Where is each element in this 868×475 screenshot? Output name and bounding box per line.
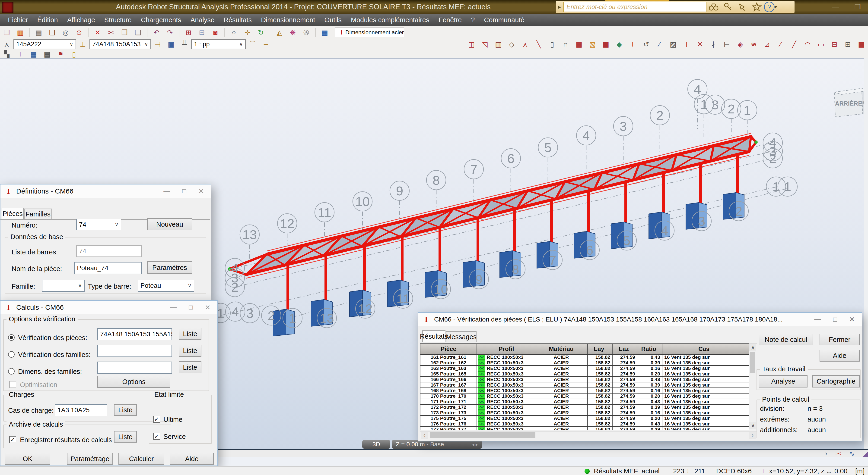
- scroll-up-icon[interactable]: ∧: [750, 344, 756, 351]
- table-row[interactable]: 172 Poutre_172OKRECC 100x50x3ACIER158.82…: [421, 405, 749, 410]
- screenshot-camera-icon[interactable]: ⊙: [73, 27, 85, 37]
- i-section-icon[interactable]: Ι: [627, 39, 638, 49]
- tab-resultats[interactable]: Résultats: [422, 330, 445, 342]
- liste-cas-button[interactable]: Liste: [114, 404, 137, 416]
- calculator-icon[interactable]: ⊞: [183, 27, 194, 37]
- tab-messages[interactable]: Messages: [446, 331, 476, 342]
- view-manager-icon[interactable]: ▦: [319, 27, 330, 37]
- table-vscrollbar[interactable]: ∧ ∨: [749, 343, 757, 430]
- column-header-cas[interactable]: Cas: [662, 344, 744, 354]
- menu-item-analyse[interactable]: Analyse: [190, 16, 214, 24]
- divider-calipers-icon[interactable]: ⋏: [1, 39, 12, 49]
- calc-results-icon[interactable]: ⊟: [196, 27, 208, 37]
- merge-nodes-icon[interactable]: ∤: [708, 39, 719, 49]
- curve-icon[interactable]: ◠: [802, 39, 813, 49]
- nom-piece-input[interactable]: Poteau_74: [74, 262, 142, 274]
- panels-orange-icon[interactable]: ▧: [587, 39, 598, 49]
- column-header-laz[interactable]: Laz: [613, 344, 638, 354]
- cut-structure-icon[interactable]: ✂: [833, 448, 844, 459]
- claw-icon[interactable]: ∩: [560, 39, 571, 49]
- enregistrer-checkbox[interactable]: ✓: [9, 436, 16, 443]
- branch-icon[interactable]: ⊢: [721, 39, 733, 49]
- calculer-button[interactable]: Calculer: [118, 453, 164, 465]
- menu-item-fen-tre[interactable]: Fenêtre: [438, 16, 462, 24]
- table-row[interactable]: 168 Poutre_168OKRECC 100x50x3ACIER158.82…: [421, 388, 749, 394]
- section-display-icon[interactable]: ◪: [860, 448, 868, 459]
- radio-verification-pieces[interactable]: [8, 334, 14, 341]
- tab-familles[interactable]: Familles: [24, 209, 52, 219]
- menu-item-dition[interactable]: Édition: [37, 16, 58, 24]
- table-row[interactable]: 175 Poutre_175OKRECC 100x50x3ACIER158.82…: [421, 416, 749, 421]
- delete-bars-icon[interactable]: ✕: [694, 39, 706, 49]
- panel-window-icon[interactable]: ▣: [165, 39, 177, 49]
- column-header-matériau[interactable]: Matériau: [535, 344, 588, 354]
- table-more-icon[interactable]: ▦: [856, 39, 867, 49]
- maximize-icon[interactable]: □: [182, 187, 186, 195]
- save-icon[interactable]: ▥: [14, 27, 26, 37]
- satellite-icon[interactable]: [735, 2, 750, 12]
- table-row[interactable]: 176 Poutre_176OKRECC 100x50x3ACIER158.82…: [421, 421, 749, 427]
- hatch-panel-icon[interactable]: ▨: [668, 39, 679, 49]
- support-bottom-icon[interactable]: ╨: [179, 39, 190, 49]
- redo-icon[interactable]: ↷: [164, 27, 176, 37]
- table-view-icon[interactable]: ▤: [41, 49, 53, 59]
- help-dropdown-icon[interactable]: ▾: [775, 4, 777, 10]
- rob-library-icon[interactable]: ▥: [493, 39, 504, 49]
- paste-icon[interactable]: ❏: [132, 27, 144, 37]
- lock-results-icon[interactable]: ◙: [210, 27, 221, 37]
- numero-combo[interactable]: 74∨: [76, 219, 121, 230]
- menu-item-[interactable]: ?: [471, 16, 475, 24]
- load-case-combo[interactable]: 1 : pp∨: [191, 39, 246, 49]
- liste-archive-button[interactable]: Liste: [114, 431, 137, 443]
- options-button[interactable]: Options: [97, 376, 170, 388]
- dimens-list-input[interactable]: [97, 362, 172, 374]
- book-icon[interactable]: ❑: [46, 27, 58, 37]
- close-icon[interactable]: ✕: [198, 187, 204, 195]
- aide-button[interactable]: Aide: [170, 453, 214, 465]
- type-barre-combo[interactable]: Poteau∨: [138, 280, 194, 292]
- menu-item-structure[interactable]: Structure: [104, 16, 132, 24]
- polyline-icon[interactable]: ◇: [506, 39, 517, 49]
- panels-list-icon[interactable]: ▦: [600, 39, 612, 49]
- zoom-window-icon[interactable]: ○: [228, 27, 240, 37]
- note-de-calcul-button[interactable]: Note de calcul: [759, 334, 813, 345]
- radio-dimens-familles[interactable]: [8, 368, 14, 375]
- column-header-lay[interactable]: Lay: [588, 344, 613, 354]
- close-icon[interactable]: ✕: [205, 303, 211, 311]
- incline-icon[interactable]: ∕: [654, 39, 665, 49]
- radio-verification-familles[interactable]: [8, 351, 14, 358]
- nouveau-button[interactable]: Nouveau: [147, 218, 192, 230]
- aide-button[interactable]: Aide: [819, 350, 860, 362]
- menu-item-communaut[interactable]: Communauté: [484, 16, 524, 24]
- menu-item-r-sultats[interactable]: Résultats: [224, 16, 252, 24]
- supports-help-icon[interactable]: ⊥: [77, 39, 88, 49]
- favorites-star-icon[interactable]: [750, 2, 764, 12]
- frame-2d-icon[interactable]: ◫: [466, 39, 477, 49]
- menu-item-affichage[interactable]: Affichage: [67, 16, 95, 24]
- column-header-ratio[interactable]: Ratio: [638, 344, 662, 354]
- render-icon[interactable]: ❋: [287, 27, 298, 37]
- truss-2d-icon[interactable]: ◹: [479, 39, 490, 49]
- ultime-checkbox[interactable]: ✓: [153, 416, 160, 423]
- table-row[interactable]: 165 Poutre_165OKRECC 100x50x3ACIER158.82…: [421, 371, 749, 377]
- minimize-button[interactable]: —: [825, 3, 846, 11]
- minimize-icon[interactable]: —: [170, 303, 177, 311]
- table-row[interactable]: 162 Poutre_162OKRECC 100x50x3ACIER158.82…: [421, 360, 749, 366]
- offset-icon[interactable]: ▯: [547, 39, 558, 49]
- maximize-icon[interactable]: □: [189, 303, 193, 311]
- ok-button[interactable]: OK: [5, 453, 50, 465]
- wave-display-icon[interactable]: ∿: [846, 448, 858, 459]
- table-row[interactable]: 171 Poutre_171OKRECC 100x50x3ACIER158.82…: [421, 399, 749, 405]
- table-row[interactable]: 173 Poutre_173OKRECC 100x50x3ACIER158.82…: [421, 410, 749, 416]
- scroll-right-icon[interactable]: ›: [825, 450, 827, 457]
- cas-charge-input[interactable]: 1A3 10A25: [55, 404, 107, 416]
- print-icon[interactable]: ▤: [33, 27, 44, 37]
- liste-familles-button[interactable]: Liste: [179, 345, 202, 357]
- famille-combo[interactable]: ∨: [42, 280, 85, 292]
- bars-list-combo[interactable]: 145A222∨: [13, 39, 76, 49]
- copy-icon[interactable]: ❐: [119, 27, 130, 37]
- scroll-left-icon[interactable]: ‹: [421, 432, 428, 438]
- table-row[interactable]: 161 Poutre_161OKRECC 100x50x3ACIER158.82…: [421, 354, 749, 360]
- restore-button[interactable]: ❐: [847, 3, 868, 11]
- table-sections-icon[interactable]: ⊞: [842, 39, 854, 49]
